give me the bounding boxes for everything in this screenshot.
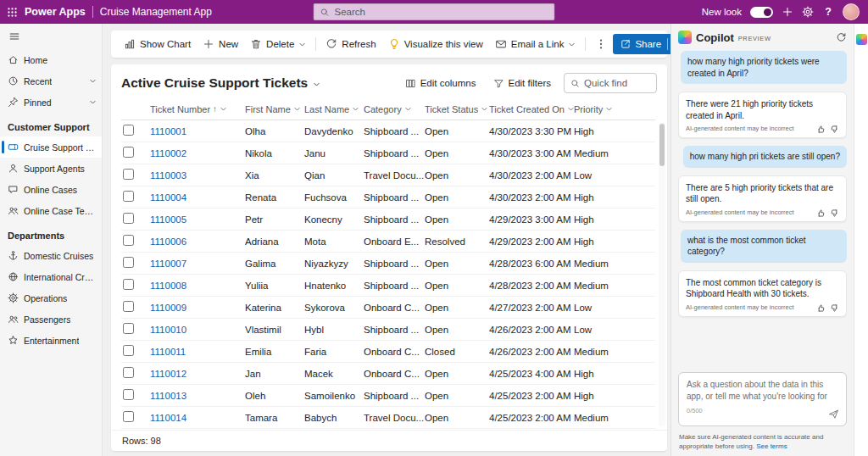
table-row[interactable]: 1110001 OlhaDavydenkoShipboard ...Open4/… — [121, 120, 655, 142]
topbar-left: Power Apps Cruise Management App — [7, 6, 212, 18]
table-cell: Resolved — [425, 236, 489, 247]
command-new[interactable]: New — [197, 34, 244, 54]
view-selector[interactable]: Active Cruise Support Tickets — [121, 75, 320, 91]
row-checkbox[interactable] — [123, 257, 134, 268]
table-row[interactable]: 1110002 NikolaJanuShipboard ...Open4/30/… — [121, 142, 655, 164]
row-checkbox[interactable] — [123, 125, 134, 136]
row-checkbox[interactable] — [123, 169, 134, 180]
row-checkbox[interactable] — [123, 191, 134, 202]
ticket-number-link[interactable]: 1110010 — [150, 325, 186, 335]
ticket-number-link[interactable]: 1110007 — [150, 259, 186, 269]
ticket-number-link[interactable]: 1110014 — [150, 413, 186, 423]
column-header-ticket-number[interactable]: Ticket Number ↑ — [150, 104, 245, 114]
table-row[interactable]: 1110013 OlehSamoilenkoShipboard ...Open4… — [121, 385, 655, 407]
ticket-number-link[interactable]: 1110012 — [150, 369, 186, 379]
see-terms-link[interactable]: See terms — [756, 442, 787, 450]
sidebar-item-online-cases[interactable]: Online Cases — [0, 179, 102, 200]
sidebar-item-operations[interactable]: Operations — [0, 287, 102, 309]
table-cell: Olha — [245, 126, 304, 136]
thumbs-down-icon[interactable] — [830, 125, 839, 134]
column-header-first-name[interactable]: First Name — [245, 104, 304, 114]
column-header-ticket-created-on[interactable]: Ticket Created On — [489, 104, 574, 114]
sidebar-item-home[interactable]: Home — [0, 49, 102, 70]
sidebar-item-support-agents[interactable]: Support Agents — [0, 158, 102, 179]
ticket-number-link[interactable]: 1110009 — [150, 303, 186, 313]
row-checkbox[interactable] — [123, 345, 134, 356]
help-icon[interactable]: ? — [822, 6, 834, 18]
ticket-number-link[interactable]: 1110002 — [150, 148, 186, 158]
ticket-number-link[interactable]: 1110004 — [150, 192, 186, 203]
sidebar-item-entertainment[interactable]: Entertainment — [0, 330, 102, 351]
row-checkbox[interactable] — [123, 301, 134, 312]
more-commands-button[interactable] — [589, 34, 613, 54]
copilot-refresh-icon[interactable] — [836, 32, 847, 43]
ticket-number-link[interactable]: 1110011 — [150, 347, 186, 357]
table-cell: 4/30/2023 2:00 AM — [489, 192, 574, 203]
ticket-number-link[interactable]: 1110005 — [150, 214, 186, 225]
table-row[interactable]: 1110003 XiaQianTravel Docu...Open4/30/20… — [121, 164, 655, 186]
thumbs-up-icon[interactable] — [816, 209, 826, 218]
column-header-ticket-status[interactable]: Ticket Status — [425, 104, 489, 114]
column-header-category[interactable]: Category — [364, 104, 425, 114]
command-show-chart[interactable]: Show Chart — [118, 34, 197, 54]
new-look-toggle[interactable] — [750, 7, 773, 18]
thumbs-down-icon[interactable] — [830, 209, 839, 218]
column-header-priority[interactable]: Priority — [574, 104, 655, 114]
sidebar-item-international-cruises[interactable]: International Cruises — [0, 266, 102, 287]
command-delete[interactable]: Delete — [244, 34, 312, 54]
row-checkbox[interactable] — [123, 279, 134, 290]
row-checkbox[interactable] — [123, 389, 134, 400]
ticket-number-link[interactable]: 1110008 — [150, 281, 186, 291]
add-icon[interactable] — [782, 6, 793, 18]
ticket-number-link[interactable]: 1110001 — [150, 126, 186, 136]
global-search-input[interactable]: Search — [314, 3, 555, 20]
send-icon[interactable] — [828, 409, 839, 420]
row-checkbox[interactable] — [123, 323, 134, 334]
command-refresh[interactable]: Refresh — [320, 34, 381, 54]
row-checkbox[interactable] — [123, 147, 134, 158]
command-visualize-this-view[interactable]: Visualize this view — [382, 34, 489, 54]
table-cell: Oleh — [245, 391, 304, 401]
thumbs-up-icon[interactable] — [816, 125, 826, 134]
brand-label[interactable]: Power Apps — [25, 6, 86, 18]
command-email-a-link[interactable]: Email a Link — [489, 34, 582, 54]
sidebar-item-domestic-cruises[interactable]: Domestic Cruises — [0, 245, 102, 266]
ticket-number-link[interactable]: 1110013 — [150, 391, 186, 401]
sidebar-item-online-case-teams[interactable]: Online Case Teams — [0, 200, 102, 221]
hamburger-menu-icon[interactable] — [8, 31, 20, 42]
table-row[interactable]: 1110004 RenataFuchsovaShipboard ...Open4… — [121, 186, 655, 209]
sidebar-item-recent[interactable]: Recent — [0, 70, 102, 92]
table-row[interactable]: 1110012 JanMacekOnboard C...Open4/25/202… — [121, 363, 655, 385]
ticket-number-link[interactable]: 1110003 — [150, 170, 186, 181]
copilot-question-input[interactable]: Ask a question about the data in this ap… — [678, 372, 847, 426]
table-row[interactable]: 1110008 YuliiaHnatenkoShipboard ...Open4… — [121, 275, 655, 297]
column-header-last-name[interactable]: Last Name — [304, 104, 364, 114]
copilot-toggle-icon[interactable] — [856, 34, 867, 45]
user-avatar[interactable] — [843, 3, 860, 20]
row-checkbox[interactable] — [123, 411, 134, 422]
table-row[interactable]: 1110006 AdrianaMotaOnboard E...Resolved4… — [121, 231, 655, 253]
table-row[interactable]: 1110011 EmiliaFariaOnboard C...Closed4/2… — [121, 341, 655, 363]
thumbs-down-icon[interactable] — [830, 303, 839, 313]
table-row[interactable]: 1110010 VlastimilHyblShipboard ...Open4/… — [121, 319, 655, 341]
row-checkbox[interactable] — [123, 235, 134, 246]
row-checkbox[interactable] — [123, 367, 134, 378]
ticket-number-link[interactable]: 1110006 — [150, 236, 186, 247]
edit-filters-button[interactable]: Edit filters — [489, 75, 556, 92]
table-row[interactable]: 1110009 KaterinaSykorovaOnboard C...Open… — [121, 297, 655, 319]
app-name[interactable]: Cruise Management App — [100, 6, 212, 18]
scrollbar-thumb[interactable] — [659, 124, 665, 166]
edit-columns-button[interactable]: Edit columns — [401, 75, 481, 92]
settings-gear-icon[interactable] — [802, 6, 814, 18]
quick-find-input[interactable]: Quick find — [564, 73, 657, 93]
vertical-scrollbar[interactable] — [659, 122, 665, 426]
sidebar-item-cruise-support-tickets[interactable]: Cruise Support Tickets — [0, 136, 102, 158]
sidebar-item-passengers[interactable]: Passengers — [0, 309, 102, 330]
table-row[interactable]: 1110005 PetrKonecnyShipboard ...Open4/29… — [121, 209, 655, 231]
waffle-icon[interactable] — [7, 7, 18, 18]
table-row[interactable]: 1110007 GalimaNiyazkyzyShipboard ...Open… — [121, 253, 655, 275]
thumbs-up-icon[interactable] — [816, 303, 826, 313]
row-checkbox[interactable] — [123, 213, 134, 224]
table-row[interactable]: 1110014 TamaraBabychTravel Docu...Open4/… — [121, 407, 655, 429]
sidebar-item-pinned[interactable]: Pinned — [0, 92, 102, 113]
